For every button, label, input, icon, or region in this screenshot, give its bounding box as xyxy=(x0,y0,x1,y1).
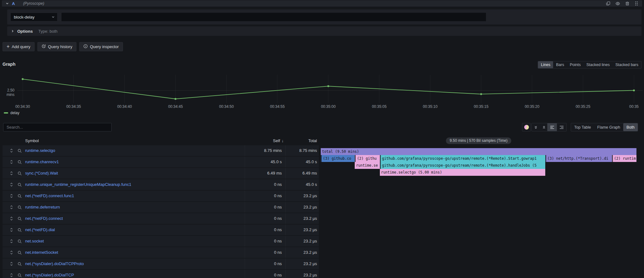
data-point[interactable] xyxy=(480,93,482,95)
data-point[interactable] xyxy=(633,90,635,92)
search-symbol-icon[interactable] xyxy=(18,225,22,235)
toggle-visibility-eye-icon[interactable] xyxy=(615,1,620,6)
search-symbol-icon[interactable] xyxy=(18,168,22,179)
y-axis-tick-label: 2.50 mins xyxy=(0,88,14,97)
data-point[interactable] xyxy=(327,85,329,87)
drag-handle-icon[interactable] xyxy=(635,1,638,6)
column-separator xyxy=(245,157,245,167)
text-align-group xyxy=(547,123,567,131)
self-value: 0 ns xyxy=(274,179,282,190)
symbol-link[interactable]: net.internetSocket xyxy=(25,247,58,258)
symbol-link[interactable]: net.(*sysDialer).doDialTCP xyxy=(25,270,74,278)
symbol-link[interactable]: runtime.unique_runtime_registerUniqueMap… xyxy=(25,179,131,190)
symbol-link[interactable]: net.(*sysDialer).doDialTCPProto xyxy=(25,259,84,269)
column-header-symbol[interactable]: Symbol xyxy=(25,138,39,143)
unfold-symbol-icon[interactable] xyxy=(9,157,14,167)
search-symbol-icon[interactable] xyxy=(18,236,22,247)
flame-node[interactable]: (3) github.co xyxy=(321,155,355,162)
unfold-symbol-icon[interactable] xyxy=(9,191,14,201)
total-value: 23.2 µs xyxy=(303,259,317,269)
column-separator xyxy=(245,225,245,235)
self-value: 0 ns xyxy=(274,213,282,224)
table-row: net.(*sysDialer).doDialTCP0 ns23.2 µs xyxy=(3,270,319,278)
data-point[interactable] xyxy=(22,78,24,80)
query-inspector-label: Query inspector xyxy=(90,44,119,49)
search-symbol-icon[interactable] xyxy=(18,157,22,167)
flame-node[interactable]: runtime.se xyxy=(355,162,380,169)
unfold-symbol-icon[interactable] xyxy=(9,236,14,247)
symbol-link[interactable]: runtime.deferreturn xyxy=(25,202,60,213)
view-flame-graph[interactable]: Flame Graph xyxy=(594,123,623,131)
table-row: net.(*netFD).connect0 ns23.2 µs xyxy=(3,213,319,224)
search-symbol-icon[interactable] xyxy=(18,270,22,278)
column-separator xyxy=(245,259,245,269)
symbol-table: runtime.selectgo8.75 mins8.75 minsruntim… xyxy=(3,145,319,278)
search-symbol-icon[interactable] xyxy=(18,145,22,156)
column-separator xyxy=(285,247,286,258)
symbol-link[interactable]: runtime.chanrecv1 xyxy=(25,157,59,167)
profile-type-dropdown[interactable]: block-delay xyxy=(10,13,58,21)
unfold-symbol-icon[interactable] xyxy=(9,213,14,224)
symbol-link[interactable]: net.(*netFD).dial xyxy=(25,225,55,235)
color-scheme-button[interactable] xyxy=(522,123,530,131)
flame-node[interactable]: (2) githu xyxy=(355,155,380,162)
column-separator xyxy=(245,191,245,201)
search-symbol-icon[interactable] xyxy=(18,202,22,213)
flame-level: total (9.50 mins) xyxy=(321,148,636,155)
align-right-icon[interactable] xyxy=(557,123,566,131)
add-query-button[interactable]: + Add query xyxy=(3,42,35,51)
collapse-all-icon[interactable] xyxy=(532,123,540,131)
symbol-link[interactable]: sync.(*Cond).Wait xyxy=(25,168,58,179)
unfold-symbol-icon[interactable] xyxy=(9,168,14,179)
total-value: 23.2 µs xyxy=(303,191,317,201)
collapse-query-icon[interactable] xyxy=(6,2,9,5)
flame-node[interactable]: (3) net/http.(*Transport).di xyxy=(545,155,612,162)
unfold-symbol-icon[interactable] xyxy=(9,270,14,278)
column-header-self[interactable]: Self ↓ xyxy=(273,138,284,143)
symbol-link[interactable]: net.(*netFD).connect xyxy=(25,213,63,224)
sort-desc-icon: ↓ xyxy=(282,138,284,143)
x-axis-tick-label: 00:34:35 xyxy=(66,104,81,109)
flame-node[interactable]: total (9.50 mins) xyxy=(321,148,636,155)
unfold-symbol-icon[interactable] xyxy=(9,179,14,190)
query-history-button[interactable]: Query history xyxy=(37,42,76,51)
panel-edit-screen: A (Pyroscope) block-delay xyxy=(0,0,644,278)
data-point[interactable] xyxy=(175,98,176,100)
self-value: 0 ns xyxy=(274,270,282,278)
unfold-symbol-icon[interactable] xyxy=(9,247,14,258)
symbol-link[interactable]: net.(*netFD).connect.func1 xyxy=(25,191,74,201)
duplicate-query-icon[interactable] xyxy=(606,1,610,6)
flame-node[interactable]: runtime.selectgo (5.00 mins) xyxy=(380,169,545,176)
view-top-table[interactable]: Top Table xyxy=(571,123,594,131)
view-both[interactable]: Both xyxy=(623,123,638,131)
query-inspector-button[interactable]: Query inspector xyxy=(79,42,123,51)
align-left-icon[interactable] xyxy=(547,123,557,131)
search-symbol-icon[interactable] xyxy=(18,179,22,190)
column-separator xyxy=(285,157,286,167)
flame-node[interactable]: (2) runtim xyxy=(612,155,636,162)
query-options-row[interactable]: Options Type: both xyxy=(7,26,641,36)
search-symbol-icon[interactable] xyxy=(18,247,22,258)
delete-query-trash-icon[interactable] xyxy=(625,1,630,6)
flame-node[interactable]: github.com/grafana/pyroscope-go/upstream… xyxy=(380,155,545,162)
table-row: net.internetSocket0 ns23.2 µs xyxy=(3,247,319,258)
search-input[interactable] xyxy=(3,123,112,131)
self-value: 0 ns xyxy=(274,225,282,235)
search-symbol-icon[interactable] xyxy=(18,259,22,269)
symbol-link[interactable]: net.socket xyxy=(25,236,44,247)
unfold-symbol-icon[interactable] xyxy=(9,202,14,213)
column-header-total[interactable]: Total xyxy=(308,138,317,143)
unfold-symbol-icon[interactable] xyxy=(9,225,14,235)
search-symbol-icon[interactable] xyxy=(18,213,22,224)
symbol-link[interactable]: runtime.selectgo xyxy=(25,145,55,156)
unfold-symbol-icon[interactable] xyxy=(9,145,14,156)
label-selector-input[interactable] xyxy=(61,13,486,21)
x-axis-tick-label: 00:34:40 xyxy=(117,104,132,109)
search-symbol-icon[interactable] xyxy=(18,191,22,201)
time-series-chart[interactable] xyxy=(0,60,644,107)
legend-series-label[interactable]: delay xyxy=(10,111,19,115)
query-row-header[interactable]: A (Pyroscope) xyxy=(2,0,642,7)
unfold-symbol-icon[interactable] xyxy=(9,259,14,269)
flame-node[interactable]: github.com/grafana/pyroscope-go/upstream… xyxy=(380,162,545,169)
flame-graph[interactable]: total (9.50 mins)(3) github.co(2) githug… xyxy=(321,148,636,176)
